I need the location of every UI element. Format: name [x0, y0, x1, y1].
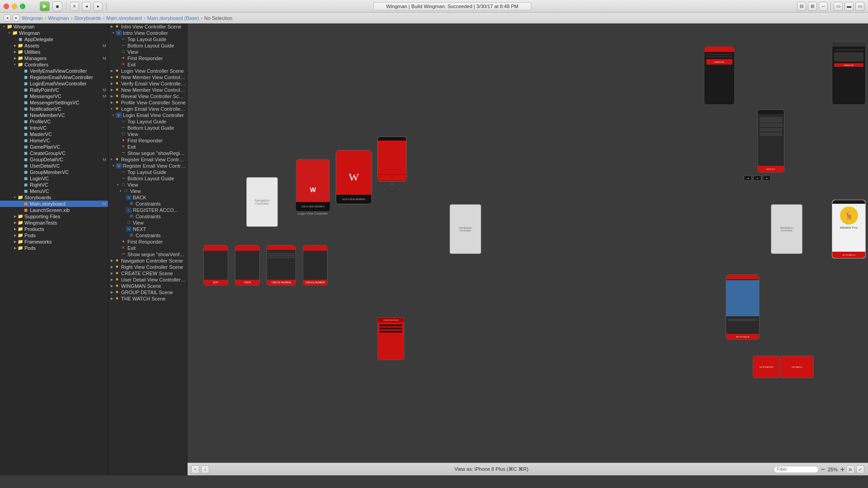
sidebar-newmembervc[interactable]: ◼ NewMemberVC	[0, 112, 108, 118]
sidebar-storyboards-folder[interactable]: ▾ 📁 Storyboards	[0, 194, 108, 201]
scene-registeremail-back-constraints[interactable]: ⊞ Constraints	[108, 201, 187, 207]
sidebar-frameworks[interactable]: ▶ 📁 Frameworks	[0, 239, 108, 245]
filter-input[interactable]	[774, 466, 819, 473]
sidebar-root-wingman[interactable]: ▾ 📁 Wingman	[0, 23, 108, 30]
breadcrumb-wingman1[interactable]: Wingman	[22, 15, 42, 21]
editor-standard[interactable]: ⊟	[797, 2, 806, 11]
run-button[interactable]: ▶	[40, 1, 50, 11]
sidebar-creategroupvc[interactable]: ◼ CreateGroupVC	[0, 150, 108, 156]
scene-loginemail-segue[interactable]: ⤳ Show segue "showRegister..."	[108, 150, 187, 156]
scene-registeremail-vc[interactable]: ▾ V Register Email View Control...	[108, 163, 187, 169]
stop-button[interactable]: ■	[52, 1, 62, 11]
scene-intro-vc-scene[interactable]: ▶ ■ Intro View Controller Scene	[108, 23, 187, 30]
nav-fwd[interactable]: ▸	[94, 2, 103, 11]
toggle-navigator[interactable]: ▭	[834, 2, 843, 11]
scene-registeremail-bottomlayout[interactable]: ─ Bottom Layout Guide	[108, 175, 187, 182]
scene-registeremail-next-constraints[interactable]: ⊞ Constraints	[108, 232, 187, 239]
sidebar-messengervc[interactable]: ◼ MessengerVC M	[0, 93, 108, 99]
scheme-selector[interactable]: ≡	[70, 2, 79, 11]
bottom-info-button[interactable]: i	[201, 465, 209, 474]
scene-loginemail-responder[interactable]: ● First Responder	[108, 137, 187, 144]
intro-dark-scene[interactable]: ORDER UP!	[832, 42, 866, 105]
sidebar-assets[interactable]: ▶ 📁 Assets M	[0, 42, 108, 49]
scene-intro-bottom-layout[interactable]: ─ Bottom Layout Guide	[108, 42, 187, 49]
sidebar-introvc[interactable]: ◼ IntroVC	[0, 125, 108, 131]
sidebar-pods[interactable]: ▶ 📁 Pods	[0, 232, 108, 239]
breadcrumb-base[interactable]: Main.storyboard (Base)	[147, 15, 199, 21]
scene-registeremail-scene[interactable]: ▾ ■ Register Email View Controlle...	[108, 156, 187, 163]
close-button[interactable]	[4, 4, 9, 9]
create-crew-scene[interactable]: CREATE AN ALIAS	[377, 317, 404, 360]
nav-next-breadcrumb[interactable]: ▸	[13, 14, 20, 22]
scene-newmember1[interactable]: ▶ ■ New Member View Controller...	[108, 74, 187, 80]
scene-intro-first-responder[interactable]: ● First Responder	[108, 55, 187, 61]
scene-newmember2[interactable]: ▶ ■ New Member View Controller...	[108, 87, 187, 93]
sidebar-managers[interactable]: ▶ 📁 Managers M	[0, 55, 108, 61]
settings-scene-1[interactable]: SIGN OUT	[757, 109, 784, 173]
scene-registeremail-register-constraints[interactable]: ⊞ Constraints	[108, 213, 187, 220]
scene-navcontroller[interactable]: ▶ ■ Navigation Controller Scene	[108, 258, 187, 264]
editor-version[interactable]: ↔	[819, 2, 828, 11]
sidebar-rallypointvc[interactable]: ◼ RallyPointVC M	[0, 87, 108, 93]
scene-loginemail-vc[interactable]: ▾ V Login Email View Controller	[108, 112, 187, 118]
create-crew-red-scene[interactable]: NOTIFICATIONS	[753, 356, 780, 378]
sidebar-userdetailvc[interactable]: ◼ UserDetailVC	[0, 163, 108, 169]
breadcrumb-wingman2[interactable]: Wingman	[48, 15, 69, 21]
red-scene-2[interactable]: ✕	[377, 136, 407, 186]
register-scene-4[interactable]: CREATE MEMBER	[303, 245, 328, 286]
storyboard-canvas[interactable]: Navigation Controller W ADD A NEW MEMBER…	[188, 23, 868, 475]
sidebar-profilevc[interactable]: ◼ ProfileVC	[0, 118, 108, 125]
toggle-utilities[interactable]: ▭	[855, 2, 864, 11]
scene-groupdetail[interactable]: ▶ ■ GROUP DETAIL Scene	[108, 289, 187, 296]
scene-navigator[interactable]: .fp { display:flex; align-items:center; …	[108, 23, 188, 475]
sidebar-products[interactable]: ▶ 📁 Products	[0, 226, 108, 232]
sidebar-groupmembervc[interactable]: ◼ GroupMemberVC	[0, 169, 108, 175]
sidebar-messengersettingsvc[interactable]: ◼ MessengerSettingsVC	[0, 99, 108, 106]
scene-registeremail-next[interactable]: N NEXT	[108, 226, 187, 232]
sidebar-loginvc[interactable]: ◼ LoginVC	[0, 175, 108, 182]
sidebar-verifyemailvc[interactable]: ◼ VerifyEmailViewController	[0, 68, 108, 74]
scene-loginemail-exit[interactable]: ✕ Exit	[108, 144, 187, 150]
scene-login-vc-scene[interactable]: ▶ ■ Login View Controller Scene	[108, 68, 187, 74]
zoom-out-button[interactable]: −	[821, 466, 825, 473]
watch-scene[interactable]: THE WATCH	[780, 356, 814, 378]
sidebar-pods2[interactable]: ▶ 📁 Pods	[0, 245, 108, 251]
breadcrumb-storyboards[interactable]: Storyboards	[74, 15, 101, 21]
minimize-button[interactable]	[12, 4, 17, 9]
scene-rightvc-scene[interactable]: ▶ ■ Right View Controller Scene	[108, 264, 187, 270]
bottom-fit-button[interactable]: ⤢	[856, 465, 864, 474]
sidebar-gameplanvc[interactable]: ◼ GamePlanVC	[0, 144, 108, 150]
right-screen-1[interactable]: ORDER UP!	[704, 46, 735, 105]
sidebar-group-wingman[interactable]: ▾ 📁 Wingman	[0, 30, 108, 36]
sidebar-launchscreen[interactable]: ◼ LaunchScreen.xib	[0, 207, 108, 213]
scene-verifyemail[interactable]: ▶ ■ Verify Email View Controller...	[108, 80, 187, 87]
scene-intro-top-layout[interactable]: ─ Top Layout Guide	[108, 36, 187, 42]
breadcrumb-mainstoryboard[interactable]: Main.storyboard	[106, 15, 142, 21]
scene-loginemail-bottomlayout[interactable]: ─ Bottom Layout Guide	[108, 125, 187, 131]
sidebar-wingmantests[interactable]: ▶ 📁 WingmanTests	[0, 220, 108, 226]
scene-registeremail-exit[interactable]: ✕ Exit	[108, 245, 187, 251]
scene-loginemail-view[interactable]: □ View	[108, 131, 187, 137]
maximize-button[interactable]	[20, 4, 25, 9]
scene-profile[interactable]: ▶ ■ Profile View Controller Scene	[108, 99, 187, 106]
sidebar-mastervc[interactable]: ◼ MasterVC	[0, 131, 108, 137]
intro-login-scene[interactable]: W ADD A NEW MEMBER Login View Controller	[296, 159, 330, 211]
register-scene-2[interactable]: CREW	[235, 245, 260, 286]
sidebar-loginemailvc[interactable]: ◼ LoginEmailViewController	[0, 80, 108, 87]
scene-registeremail-toplayout[interactable]: ─ Top Layout Guide	[108, 169, 187, 175]
nav-prev-breadcrumb[interactable]: ◂	[4, 14, 11, 22]
scene-registeremail-responder[interactable]: ● First Responder	[108, 239, 187, 245]
sidebar-appdelegate[interactable]: ◼ AppDelegate	[0, 36, 108, 42]
scene-wingman[interactable]: ▶ ■ WINGMAN Scene	[108, 283, 187, 289]
scene-registeremail-segue[interactable]: ⤳ Show segue "showVerifyEm..."	[108, 251, 187, 258]
scene-intro-exit[interactable]: ✕ Exit	[108, 61, 187, 68]
scene-loginemail-scene[interactable]: ▾ ■ Login Email View Controller S...	[108, 106, 187, 112]
scene-userdetail[interactable]: ▶ ■ User Detail View Controller S...	[108, 277, 187, 283]
storyboard-canvas-inner[interactable]: Navigation Controller W ADD A NEW MEMBER…	[188, 23, 868, 463]
w-scene[interactable]: W ADD A NEW MEMBER	[336, 150, 372, 204]
scene-registeremail-inner-view[interactable]: □ View	[108, 220, 187, 226]
scene-registeremail-view[interactable]: ▾ □ View	[108, 182, 187, 188]
scene-intro-vc[interactable]: ▾ V Intro View Controller	[108, 30, 187, 36]
sidebar-rightvc[interactable]: ◼ RightVC	[0, 182, 108, 188]
scene-registeremail-register-btn[interactable]: L REGISTER ACCO...	[108, 207, 187, 213]
